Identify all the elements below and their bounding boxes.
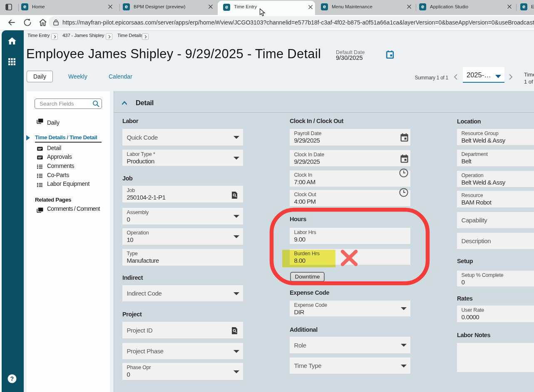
- svg-text:?: ?: [10, 375, 14, 382]
